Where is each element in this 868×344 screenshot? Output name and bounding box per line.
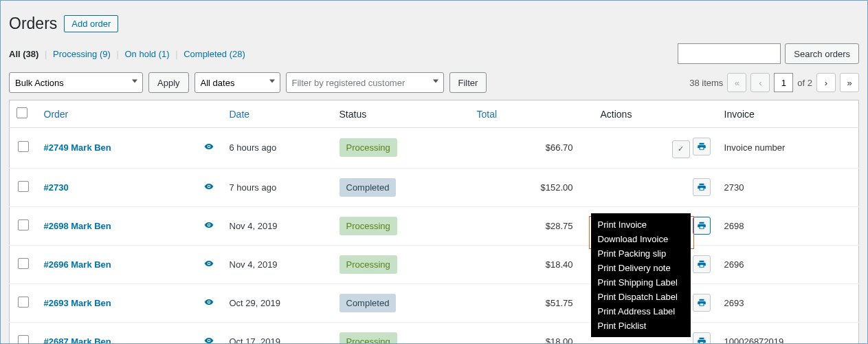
order-total: $152.00 bbox=[470, 168, 594, 206]
orders-table: Order Date Status Total Actions Invoice … bbox=[9, 100, 859, 344]
search-button[interactable]: Search orders bbox=[785, 43, 859, 64]
print-action-button[interactable] bbox=[693, 294, 711, 312]
row-checkbox[interactable] bbox=[18, 219, 29, 230]
paging-last[interactable]: » bbox=[840, 73, 859, 92]
paging-first[interactable]: « bbox=[727, 73, 746, 92]
order-date: Nov 4, 2019 bbox=[223, 245, 333, 283]
invoice-number: 2693 bbox=[717, 283, 859, 322]
preview-icon[interactable] bbox=[202, 183, 216, 193]
row-checkbox[interactable] bbox=[18, 181, 29, 192]
order-total: $51.75 bbox=[470, 283, 594, 322]
order-link[interactable]: #2749 Mark Ben bbox=[44, 142, 111, 153]
preview-icon[interactable] bbox=[202, 260, 216, 270]
status-badge: Completed bbox=[340, 294, 397, 312]
filter-completed[interactable]: Completed (28) bbox=[183, 49, 245, 59]
add-order-button[interactable]: Add order bbox=[64, 15, 118, 32]
status-badge: Processing bbox=[340, 138, 397, 157]
bulk-actions-select[interactable]: Bulk Actions bbox=[9, 72, 143, 93]
col-actions: Actions bbox=[594, 100, 717, 128]
col-total[interactable]: Total bbox=[477, 109, 498, 120]
order-link[interactable]: #2730 bbox=[44, 182, 69, 193]
order-link[interactable]: #2687 Mark Ben bbox=[44, 336, 111, 345]
invoice-number: 2698 bbox=[717, 206, 859, 245]
order-total: $28.75 bbox=[470, 206, 594, 245]
table-row: #2687 Mark BenOct 17, 2019Processing$18.… bbox=[10, 322, 859, 344]
complete-action-button[interactable] bbox=[672, 140, 690, 158]
status-badge: Processing bbox=[340, 255, 397, 274]
dropdown-item[interactable]: Print Address Label bbox=[591, 304, 691, 319]
dropdown-item[interactable]: Download Invoice bbox=[591, 232, 691, 246]
status-badge: Processing bbox=[340, 217, 397, 235]
order-link[interactable]: #2696 Mark Ben bbox=[44, 259, 111, 270]
invoice-number: 100026872019 bbox=[717, 322, 859, 344]
status-badge: Completed bbox=[340, 178, 397, 197]
preview-icon[interactable] bbox=[202, 222, 216, 232]
col-status: Status bbox=[333, 100, 470, 128]
order-total: $66.70 bbox=[470, 128, 594, 169]
table-row: #2696 Mark BenNov 4, 2019Processing$18.4… bbox=[10, 245, 859, 283]
col-date[interactable]: Date bbox=[230, 109, 250, 120]
paging-current-input[interactable] bbox=[774, 73, 793, 92]
filter-onhold[interactable]: On hold (1) bbox=[124, 49, 169, 59]
order-date: Nov 4, 2019 bbox=[223, 206, 333, 245]
select-all-checkbox[interactable] bbox=[16, 107, 27, 118]
order-date: 7 hours ago bbox=[223, 168, 333, 206]
row-checkbox[interactable] bbox=[18, 335, 29, 345]
paging-prev[interactable]: ‹ bbox=[750, 73, 770, 92]
dates-select[interactable]: All dates bbox=[194, 72, 280, 93]
order-link[interactable]: #2698 Mark Ben bbox=[44, 221, 111, 231]
search-input[interactable] bbox=[678, 43, 781, 64]
order-date: 6 hours ago bbox=[223, 128, 333, 169]
paging-of-total: of 2 bbox=[797, 78, 812, 88]
row-checkbox[interactable] bbox=[18, 297, 29, 308]
filter-processing[interactable]: Processing (9) bbox=[53, 49, 111, 59]
table-row: #2693 Mark BenOct 29, 2019Completed$51.7… bbox=[10, 283, 859, 322]
filter-button[interactable]: Filter bbox=[449, 72, 487, 93]
status-badge: Processing bbox=[340, 332, 397, 345]
filter-all[interactable]: All (38) bbox=[9, 49, 38, 59]
page-title: Orders bbox=[9, 14, 57, 33]
table-row: #27307 hours agoCompleted$152.002730 bbox=[10, 168, 859, 206]
dropdown-item[interactable]: Print Shipping Label bbox=[591, 275, 691, 290]
order-total: $18.40 bbox=[470, 245, 594, 283]
preview-icon[interactable] bbox=[202, 143, 216, 153]
print-action-button[interactable] bbox=[693, 138, 711, 155]
table-row: #2749 Mark Ben6 hours agoProcessing$66.7… bbox=[10, 128, 859, 169]
order-total: $18.00 bbox=[470, 322, 594, 344]
status-filter-bar: All (38) | Processing (9) | On hold (1) … bbox=[9, 49, 245, 59]
print-dropdown-menu: Print InvoiceDownload InvoicePrint Packi… bbox=[591, 213, 691, 337]
paging-items-count: 38 items bbox=[689, 78, 723, 88]
apply-button[interactable]: Apply bbox=[148, 72, 189, 93]
row-checkbox[interactable] bbox=[18, 141, 29, 152]
dropdown-item[interactable]: Print Dispatch Label bbox=[591, 290, 691, 304]
dropdown-item[interactable]: Print Delivery note bbox=[591, 261, 691, 275]
table-row: #2698 Mark BenNov 4, 2019Processing$28.7… bbox=[10, 206, 859, 245]
invoice-number: 2696 bbox=[717, 245, 859, 283]
col-order[interactable]: Order bbox=[44, 109, 69, 120]
col-invoice: Invoice bbox=[717, 100, 859, 128]
preview-icon[interactable] bbox=[202, 299, 216, 309]
dropdown-item[interactable]: Print Packing slip bbox=[591, 246, 691, 261]
preview-icon[interactable] bbox=[202, 337, 216, 345]
order-date: Oct 29, 2019 bbox=[223, 283, 333, 322]
order-date: Oct 17, 2019 bbox=[223, 322, 333, 344]
print-action-button[interactable] bbox=[693, 255, 711, 273]
dropdown-item[interactable]: Print Picklist bbox=[591, 319, 691, 333]
invoice-number: 2730 bbox=[717, 168, 859, 206]
paging-next[interactable]: › bbox=[816, 73, 836, 92]
customer-filter-select[interactable]: Filter by registered customer bbox=[286, 72, 444, 93]
print-action-button[interactable] bbox=[693, 217, 711, 235]
dropdown-item[interactable]: Print Invoice bbox=[591, 217, 691, 232]
order-link[interactable]: #2693 Mark Ben bbox=[44, 298, 111, 308]
print-action-button[interactable] bbox=[693, 332, 711, 344]
invoice-number: Invoice number bbox=[717, 128, 859, 169]
print-action-button[interactable] bbox=[693, 178, 711, 196]
row-checkbox[interactable] bbox=[18, 258, 29, 269]
